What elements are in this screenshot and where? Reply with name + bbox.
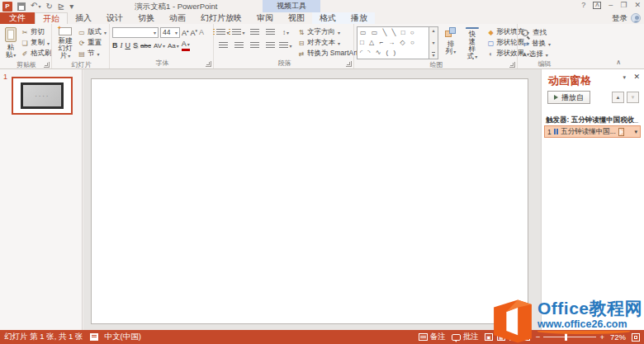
tab-design[interactable]: 设计 — [99, 12, 130, 24]
cut-button[interactable]: ✂剪切 — [19, 27, 54, 37]
tab-review[interactable]: 审阅 — [249, 12, 281, 24]
play-icon — [554, 95, 558, 100]
undo-icon[interactable]: ↶ — [31, 1, 40, 12]
tab-video-format[interactable]: 格式 — [312, 12, 343, 24]
font-size-combo[interactable]: 44 — [160, 27, 180, 38]
select-button[interactable]: ➤选择 — [520, 49, 552, 59]
shapes-more-button[interactable]: ▾ — [432, 52, 434, 58]
save-icon[interactable] — [17, 2, 26, 11]
grow-font-button[interactable]: A — [182, 26, 189, 38]
minimize-button[interactable]: – — [608, 1, 613, 9]
clipboard-dialog-launcher[interactable] — [44, 62, 50, 68]
cut-icon: ✂ — [21, 29, 29, 36]
move-earlier-button[interactable]: ▲ — [612, 92, 624, 103]
shrink-font-button[interactable]: A — [191, 26, 198, 38]
drawing-dialog-launcher[interactable] — [509, 62, 515, 68]
collapse-ribbon-button[interactable]: ∧ — [616, 59, 621, 66]
sign-in[interactable]: 登录 — [612, 12, 641, 24]
underline-button[interactable]: U — [125, 41, 131, 50]
quick-styles-button[interactable]: 快速样式 — [463, 26, 481, 60]
increase-indent-button[interactable] — [263, 27, 277, 37]
change-case-button[interactable]: Aa — [168, 41, 179, 51]
move-later-button[interactable]: ▼ — [627, 92, 639, 103]
window-title: 演示文稿1 - PowerPoint — [135, 2, 217, 12]
restore-button[interactable]: ❐ — [620, 1, 627, 9]
columns-button[interactable] — [279, 40, 292, 50]
format-painter-button[interactable]: ✐格式刷 — [19, 49, 54, 59]
comments-button[interactable]: 批注 — [452, 332, 479, 342]
layout-button[interactable]: ▭版式 — [76, 27, 108, 37]
animation-item[interactable]: 1 五分钟读懂中国... ▾ — [544, 125, 641, 138]
new-slide-label: 新建 幻灯片 — [57, 37, 73, 60]
shapes-scroll-up[interactable]: ▴ — [432, 28, 434, 33]
notes-button[interactable]: 备注 — [419, 332, 446, 342]
start-slideshow-icon[interactable]: ⊵ — [58, 2, 64, 11]
slide-thumbnail[interactable]: ▪ ▪ ▪ ▪ — [12, 77, 73, 115]
tab-view[interactable]: 视图 — [281, 12, 312, 24]
customize-qat-icon[interactable]: ▾ — [69, 2, 73, 11]
tab-insert[interactable]: 插入 — [68, 12, 99, 24]
numbering-button[interactable] — [232, 27, 245, 37]
redo-icon[interactable]: ↻ — [45, 2, 52, 11]
powerpoint-app-icon[interactable]: P — [2, 2, 12, 12]
paste-button[interactable]: 粘贴 — [2, 26, 19, 60]
font-name-combo[interactable] — [112, 27, 159, 38]
tab-slideshow[interactable]: 幻灯片放映 — [193, 12, 249, 24]
tab-file[interactable]: 文件 — [0, 12, 35, 24]
tab-transitions[interactable]: 切换 — [130, 12, 162, 24]
select-label: 选择 — [529, 49, 543, 59]
shape-gallery[interactable]: ▭ ▭ ╲ ╲ □ ○ □ △ ⌐ → ◇ ○ ◜ ◝ ∿ ( ) — [357, 26, 429, 59]
line-spacing-button[interactable]: ↕ — [279, 27, 292, 37]
strikethrough-button[interactable]: abc — [140, 41, 151, 50]
align-left-button[interactable] — [216, 40, 230, 50]
slide-canvas[interactable] — [91, 78, 528, 324]
reset-button[interactable]: ⟳重置 — [76, 38, 108, 48]
animation-item-dropdown-icon[interactable]: ▾ — [634, 129, 637, 135]
help-button[interactable]: ? — [581, 1, 585, 9]
shapes-scroll-down[interactable]: ▾ — [432, 40, 434, 45]
replace-button[interactable]: ⇄替换 — [520, 39, 552, 49]
copy-button[interactable]: ❏复制 — [19, 38, 54, 48]
animation-pane: 动画窗格 ▾ ✕ 播放自 ▲ ▼ 触发器: 五分钟读懂中国税收_ 1 五分钟读懂… — [541, 69, 644, 330]
clear-formatting-button[interactable]: A — [199, 28, 204, 37]
find-button[interactable]: 查找 — [520, 28, 552, 38]
font-dialog-launcher[interactable] — [206, 61, 211, 67]
new-slide-icon — [59, 27, 72, 35]
section-button[interactable]: ▤节 — [76, 49, 108, 59]
bold-button[interactable]: B — [112, 41, 118, 50]
animation-pane-close-icon[interactable]: ✕ — [633, 73, 640, 81]
justify-button[interactable] — [263, 40, 277, 50]
section-icon: ▤ — [78, 50, 86, 58]
watermark-url: www.office26.com — [537, 318, 627, 330]
new-slide-button[interactable]: 新建 幻灯片 — [54, 26, 76, 60]
character-spacing-button[interactable]: AV — [154, 41, 165, 51]
italic-button[interactable]: I — [121, 41, 123, 50]
play-from-button[interactable]: 播放自 — [547, 91, 590, 104]
layout-icon: ▭ — [78, 29, 86, 36]
editing-group-label: 编辑 — [538, 60, 552, 68]
font-color-button[interactable]: A — [182, 40, 190, 51]
columns-icon — [279, 42, 288, 49]
proofing-icon[interactable] — [90, 333, 98, 341]
language-indicator[interactable]: 中文(中国) — [105, 332, 141, 342]
text-shadow-button[interactable]: S — [133, 41, 138, 50]
text-direction-icon: ⇅ — [297, 29, 305, 36]
close-button[interactable]: ✕ — [634, 1, 641, 9]
clipboard-group: 粘贴 ✂剪切 ❏复制 ✐格式刷 剪贴板 — [0, 24, 51, 68]
arrange-label: 排列 — [445, 40, 457, 56]
font-size-value: 44 — [163, 28, 170, 36]
tab-video-playback[interactable]: 播放 — [343, 12, 375, 24]
arrange-button[interactable]: 排列 — [443, 26, 459, 60]
ribbon-display-options-icon[interactable]: ˄ — [593, 2, 601, 9]
animation-item-index: 1 — [547, 128, 552, 136]
decrease-indent-button[interactable] — [248, 27, 261, 37]
align-right-button[interactable] — [248, 40, 261, 50]
tab-home[interactable]: 开始 — [35, 12, 68, 24]
tab-animations[interactable]: 动画 — [162, 12, 193, 24]
cut-label: 剪切 — [31, 27, 45, 37]
bullets-button[interactable] — [216, 27, 230, 37]
paragraph-group-label: 段落 — [278, 59, 291, 67]
paragraph-dialog-launcher[interactable] — [346, 61, 352, 67]
animation-pane-menu-icon[interactable]: ▾ — [623, 74, 626, 81]
align-center-button[interactable] — [232, 40, 245, 50]
